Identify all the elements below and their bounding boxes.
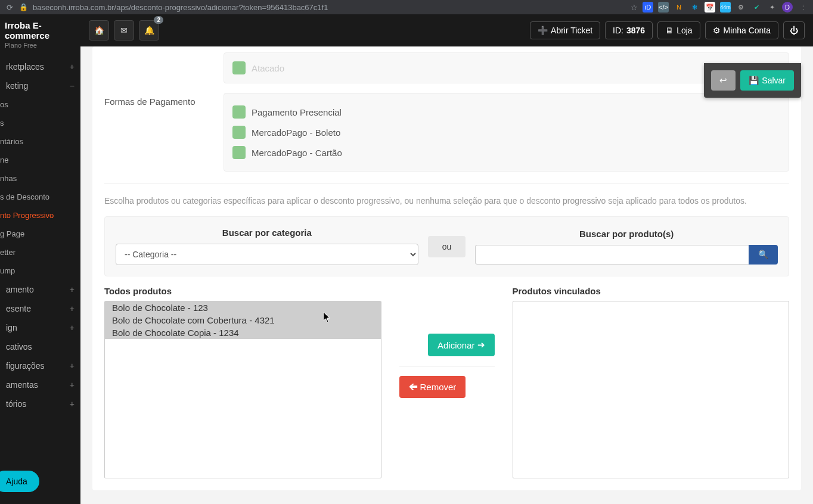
sidebar-item[interactable]: rketplaces bbox=[0, 57, 80, 76]
or-separator: ou bbox=[428, 236, 466, 257]
form-panel: Atacado Formas de Pagamento Pagamento Pr… bbox=[92, 46, 801, 490]
save-icon: 💾 bbox=[749, 76, 759, 85]
power-button[interactable]: ⏻ bbox=[783, 21, 805, 39]
ext-icon-cal[interactable]: 📅 bbox=[705, 2, 715, 13]
todos-produtos-heading: Todos produtos bbox=[104, 286, 381, 296]
browser-menu-icon[interactable]: ⋮ bbox=[798, 2, 808, 13]
arrow-left-icon: 🡰 bbox=[409, 382, 418, 392]
pagamento-label: Pagamento Presencial bbox=[252, 107, 342, 117]
bookmark-star-icon[interactable]: ☆ bbox=[631, 3, 638, 12]
ext-icon-1[interactable]: iD bbox=[643, 2, 653, 13]
main-area: 🏠 ✉ 🔔2 ➕Abrir Ticket ID: 3876 🖥Loja ⚙Min… bbox=[80, 14, 813, 504]
sidebar-item[interactable]: s de Desconto bbox=[0, 188, 80, 206]
sidebar-menu: rketplacesketingossntáriosnenhass de Des… bbox=[0, 57, 80, 413]
mail-icon[interactable]: ✉ bbox=[114, 20, 134, 41]
loja-label: Loja bbox=[677, 26, 692, 35]
list-item[interactable]: Bolo de Chocolate - 123 bbox=[105, 301, 381, 314]
sidebar-item[interactable]: nhas bbox=[0, 169, 80, 188]
back-button[interactable]: ↩ bbox=[711, 70, 736, 91]
id-display: ID: 3876 bbox=[605, 21, 653, 39]
pagamento-toggle[interactable]: MercadoPago - Cartão bbox=[232, 142, 780, 163]
sidebar-item[interactable]: nto Progressivo bbox=[0, 206, 80, 225]
help-text: Escolha produtos ou categorias específic… bbox=[104, 196, 789, 206]
sidebar-item[interactable]: ne bbox=[0, 151, 80, 169]
minha-conta-button[interactable]: ⚙Minha Conta bbox=[705, 21, 778, 39]
ext-badge-44m[interactable]: 44m bbox=[720, 2, 731, 13]
todos-produtos-list[interactable]: Bolo de Chocolate - 123Bolo de Chocolate… bbox=[104, 301, 381, 478]
grupo-atacado-toggle[interactable]: Atacado bbox=[232, 58, 780, 78]
id-value: 3876 bbox=[626, 26, 645, 35]
ext-icon-gear[interactable]: ✻ bbox=[689, 2, 700, 13]
sidebar-item[interactable]: figurações bbox=[0, 356, 80, 375]
profile-avatar[interactable]: D bbox=[782, 2, 793, 13]
power-icon: ⏻ bbox=[790, 26, 798, 35]
sidebar-item[interactable]: esente bbox=[0, 299, 80, 318]
abrir-ticket-button[interactable]: ➕Abrir Ticket bbox=[530, 21, 600, 39]
sidebar-item[interactable]: keting bbox=[0, 76, 80, 95]
ext-icon-settings[interactable]: ⚙ bbox=[736, 2, 746, 13]
lock-icon: 🔒 bbox=[19, 3, 28, 11]
sidebar-item[interactable]: amento bbox=[0, 280, 80, 299]
floating-action-bar: ↩ 💾Salvar bbox=[704, 63, 801, 98]
ext-icon-3[interactable]: N bbox=[674, 2, 684, 13]
sidebar-item[interactable]: ign bbox=[0, 318, 80, 337]
sidebar-item[interactable]: amentas bbox=[0, 375, 80, 394]
brand-plan: Plano Free bbox=[5, 42, 76, 49]
sidebar-item[interactable]: os bbox=[0, 95, 80, 114]
ext-icon-puzzle[interactable]: ✦ bbox=[767, 2, 777, 13]
list-item[interactable]: Bolo de Chocolate com Cobertura - 4321 bbox=[105, 314, 381, 326]
buscar-categoria-label: Buscar por categoria bbox=[116, 228, 418, 238]
gear-icon: ⚙ bbox=[713, 26, 721, 35]
sidebar-item[interactable]: ump bbox=[0, 262, 80, 280]
sidebar-item[interactable]: s bbox=[0, 114, 80, 132]
list-item[interactable]: Bolo de Chocolate Copia - 1234 bbox=[105, 326, 381, 339]
abrir-ticket-label: Abrir Ticket bbox=[551, 26, 592, 35]
remover-button[interactable]: 🡰Remover bbox=[399, 376, 466, 398]
produto-search-input[interactable] bbox=[475, 245, 749, 265]
pagamento-toggle[interactable]: Pagamento Presencial bbox=[232, 102, 780, 122]
browser-address-bar: ⟳ 🔒 baseconh.irroba.com.br/aps/desconto-… bbox=[0, 0, 813, 14]
toggle-box[interactable] bbox=[232, 105, 246, 119]
loja-button[interactable]: 🖥Loja bbox=[657, 21, 700, 39]
search-panel: Buscar por categoria -- Categoria -- ou … bbox=[104, 216, 789, 276]
reload-icon[interactable]: ⟳ bbox=[5, 2, 14, 12]
sidebar-item[interactable]: g Page bbox=[0, 225, 80, 243]
sidebar-item[interactable]: etter bbox=[0, 243, 80, 262]
id-label: ID: bbox=[613, 26, 623, 35]
pagamento-label: Formas de Pagamento bbox=[104, 93, 224, 172]
sidebar-item[interactable]: ntários bbox=[0, 132, 80, 151]
help-button[interactable]: Ajuda bbox=[0, 471, 39, 492]
url-text[interactable]: baseconh.irroba.com.br/aps/desconto-prog… bbox=[33, 3, 626, 12]
produtos-vinculados-heading: Produtos vinculados bbox=[513, 286, 790, 296]
notif-badge: 2 bbox=[154, 16, 163, 24]
remover-label: Remover bbox=[420, 382, 457, 392]
arrow-right-icon: ➔ bbox=[477, 340, 485, 350]
adicionar-button[interactable]: Adicionar➔ bbox=[428, 334, 495, 356]
categoria-select[interactable]: -- Categoria -- bbox=[116, 244, 418, 265]
toggle-box[interactable] bbox=[232, 146, 246, 159]
toggle-box[interactable] bbox=[232, 126, 246, 139]
pagamentos-area: Pagamento PresencialMercadoPago - Boleto… bbox=[224, 93, 789, 172]
bell-icon[interactable]: 🔔2 bbox=[139, 20, 159, 41]
topbar: 🏠 ✉ 🔔2 ➕Abrir Ticket ID: 3876 🖥Loja ⚙Min… bbox=[80, 14, 813, 46]
home-icon[interactable]: 🏠 bbox=[89, 20, 109, 41]
produtos-vinculados-list[interactable] bbox=[513, 301, 790, 478]
ext-icon-2[interactable]: </> bbox=[658, 2, 669, 13]
adicionar-label: Adicionar bbox=[437, 340, 475, 350]
pagamento-label: MercadoPago - Boleto bbox=[252, 127, 340, 138]
save-button[interactable]: 💾Salvar bbox=[740, 70, 794, 91]
sidebar-item[interactable]: cativos bbox=[0, 337, 80, 356]
toggle-box[interactable] bbox=[232, 61, 246, 74]
grupo-atacado-label: Atacado bbox=[252, 63, 284, 73]
minha-conta-label: Minha Conta bbox=[724, 26, 771, 35]
search-icon: 🔍 bbox=[758, 250, 768, 259]
ext-icon-check[interactable]: ✔ bbox=[751, 2, 762, 13]
buscar-produto-label: Buscar por produto(s) bbox=[475, 229, 778, 239]
save-label: Salvar bbox=[762, 76, 786, 85]
sidebar-item[interactable]: tórios bbox=[0, 394, 80, 413]
pagamento-toggle[interactable]: MercadoPago - Boleto bbox=[232, 122, 780, 142]
pagamento-label: MercadoPago - Cartão bbox=[252, 148, 342, 158]
produto-search-button[interactable]: 🔍 bbox=[749, 245, 778, 265]
sidebar: Irroba E-commerce Plano Free rketplacesk… bbox=[0, 14, 80, 504]
desktop-icon: 🖥 bbox=[665, 26, 674, 35]
